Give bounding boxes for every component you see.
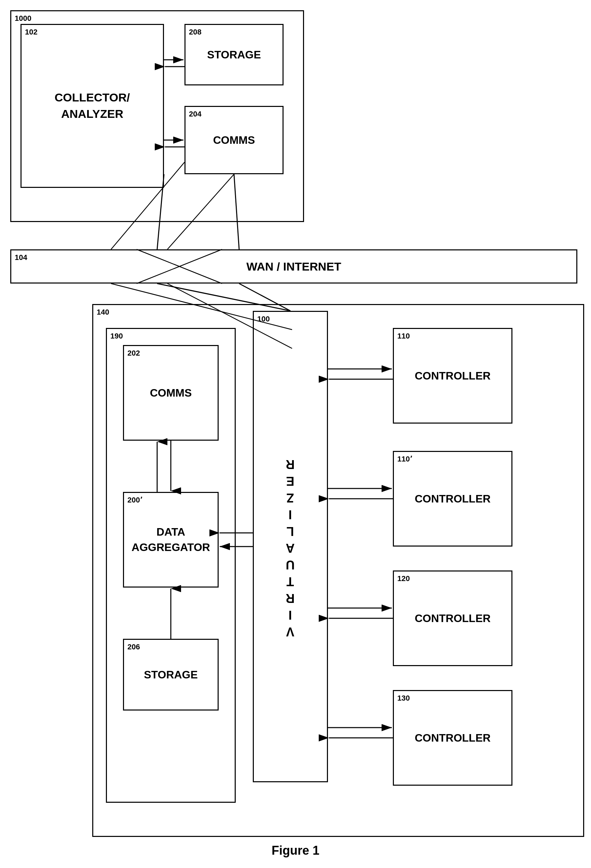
diagram: 1000 102 COLLECTOR/ANALYZER 208 STORAGE … xyxy=(0,0,591,868)
title-110: CONTROLLER xyxy=(415,370,491,382)
box-102: 102 COLLECTOR/ANALYZER xyxy=(21,24,164,188)
label-102: 102 xyxy=(25,28,38,37)
label-200: 200ʼ xyxy=(127,496,142,505)
label-100: 100 xyxy=(257,314,270,323)
box-206: 206 STORAGE xyxy=(123,639,219,710)
title-208: STORAGE xyxy=(207,49,261,61)
label-208: 208 xyxy=(189,28,202,37)
box-110p: 110ʼ CONTROLLER xyxy=(393,451,513,546)
box-100: 100 VIRTUALIZER xyxy=(253,311,328,782)
label-110: 110 xyxy=(397,332,410,341)
title-102: COLLECTOR/ANALYZER xyxy=(55,90,130,122)
title-120: CONTROLLER xyxy=(415,612,491,625)
figure-caption: Figure 1 xyxy=(0,843,591,858)
box-110: 110 CONTROLLER xyxy=(393,328,513,424)
box-204: 204 COMMS xyxy=(185,106,284,174)
title-130: CONTROLLER xyxy=(415,732,491,744)
box-104: 104 WAN / INTERNET xyxy=(10,249,577,283)
title-110p: CONTROLLER xyxy=(415,493,491,505)
title-200: DATAAGGREGATOR xyxy=(131,524,210,555)
label-204: 204 xyxy=(189,110,202,118)
label-130: 130 xyxy=(397,694,410,703)
label-104: 104 xyxy=(15,253,27,262)
title-202: COMMS xyxy=(150,387,192,399)
title-100: VIRTUALIZER xyxy=(283,455,297,639)
label-120: 120 xyxy=(397,574,410,583)
label-202: 202 xyxy=(127,349,140,358)
title-206: STORAGE xyxy=(144,669,198,681)
title-204: COMMS xyxy=(213,134,255,146)
box-208: 208 STORAGE xyxy=(185,24,284,86)
box-130: 130 CONTROLLER xyxy=(393,690,513,786)
label-1000: 1000 xyxy=(15,14,31,23)
box-202: 202 COMMS xyxy=(123,345,219,441)
title-104: WAN / INTERNET xyxy=(246,260,341,273)
label-206: 206 xyxy=(127,642,140,651)
label-140: 140 xyxy=(97,308,109,317)
box-120: 120 CONTROLLER xyxy=(393,570,513,666)
label-110p: 110ʼ xyxy=(397,455,412,464)
box-200: 200ʼ DATAAGGREGATOR xyxy=(123,492,219,588)
label-190: 190 xyxy=(110,332,123,341)
